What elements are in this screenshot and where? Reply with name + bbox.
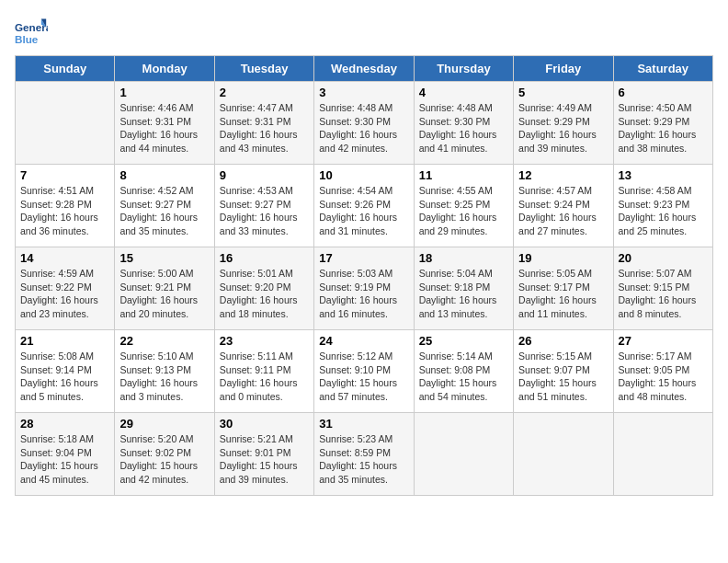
day-number: 8	[119, 168, 209, 182]
day-info: Sunrise: 5:23 AM Sunset: 8:59 PM Dayligh…	[319, 432, 408, 487]
day-cell: 11Sunrise: 4:55 AM Sunset: 9:25 PM Dayli…	[414, 165, 513, 247]
col-header-tuesday: Tuesday	[214, 56, 313, 82]
day-cell	[16, 82, 115, 165]
week-row-4: 21Sunrise: 5:08 AM Sunset: 9:14 PM Dayli…	[16, 330, 713, 413]
day-number: 6	[619, 86, 708, 99]
day-number: 28	[20, 417, 109, 431]
day-number: 25	[419, 334, 508, 348]
day-info: Sunrise: 5:04 AM Sunset: 9:18 PM Dayligh…	[419, 267, 508, 321]
day-cell: 13Sunrise: 4:58 AM Sunset: 9:23 PM Dayli…	[613, 165, 712, 247]
day-cell: 2Sunrise: 4:47 AM Sunset: 9:31 PM Daylig…	[214, 82, 313, 165]
week-row-5: 28Sunrise: 5:18 AM Sunset: 9:04 PM Dayli…	[16, 413, 713, 496]
day-info: Sunrise: 4:58 AM Sunset: 9:23 PM Dayligh…	[619, 184, 708, 238]
day-cell: 5Sunrise: 4:49 AM Sunset: 9:29 PM Daylig…	[514, 82, 613, 165]
day-number: 24	[319, 334, 408, 348]
week-row-1: 1Sunrise: 4:46 AM Sunset: 9:31 PM Daylig…	[16, 82, 713, 165]
day-number: 15	[119, 251, 209, 265]
day-number: 3	[319, 86, 408, 99]
day-number: 26	[518, 334, 608, 348]
day-cell: 21Sunrise: 5:08 AM Sunset: 9:14 PM Dayli…	[16, 330, 115, 413]
day-info: Sunrise: 4:54 AM Sunset: 9:26 PM Dayligh…	[319, 184, 408, 238]
day-cell: 22Sunrise: 5:10 AM Sunset: 9:13 PM Dayli…	[115, 330, 214, 413]
day-info: Sunrise: 4:53 AM Sunset: 9:27 PM Dayligh…	[220, 184, 309, 238]
calendar-header-row: SundayMondayTuesdayWednesdayThursdayFrid…	[16, 56, 713, 82]
logo-icon: General Blue	[15, 15, 48, 48]
day-number: 31	[319, 417, 408, 431]
day-info: Sunrise: 5:21 AM Sunset: 9:01 PM Dayligh…	[220, 432, 309, 487]
day-cell: 9Sunrise: 4:53 AM Sunset: 9:27 PM Daylig…	[214, 165, 313, 247]
day-number: 12	[518, 168, 608, 182]
svg-text:Blue: Blue	[15, 33, 39, 45]
day-cell: 3Sunrise: 4:48 AM Sunset: 9:30 PM Daylig…	[314, 82, 414, 165]
day-number: 1	[119, 86, 209, 99]
day-info: Sunrise: 5:14 AM Sunset: 9:08 PM Dayligh…	[419, 350, 508, 404]
page-header: General Blue	[15, 15, 713, 48]
day-number: 7	[20, 168, 109, 182]
day-info: Sunrise: 5:03 AM Sunset: 9:19 PM Dayligh…	[319, 267, 408, 321]
day-number: 10	[319, 168, 408, 182]
day-number: 29	[119, 417, 209, 431]
day-cell: 26Sunrise: 5:15 AM Sunset: 9:07 PM Dayli…	[514, 330, 613, 413]
col-header-sunday: Sunday	[16, 56, 115, 82]
day-cell: 1Sunrise: 4:46 AM Sunset: 9:31 PM Daylig…	[115, 82, 214, 165]
day-info: Sunrise: 4:57 AM Sunset: 9:24 PM Dayligh…	[518, 184, 608, 238]
col-header-friday: Friday	[514, 56, 613, 82]
day-cell	[613, 413, 712, 496]
day-number: 14	[20, 251, 109, 265]
day-cell: 18Sunrise: 5:04 AM Sunset: 9:18 PM Dayli…	[414, 247, 513, 330]
day-cell	[414, 413, 513, 496]
day-info: Sunrise: 4:59 AM Sunset: 9:22 PM Dayligh…	[20, 267, 109, 321]
day-number: 17	[319, 251, 408, 265]
day-info: Sunrise: 4:55 AM Sunset: 9:25 PM Dayligh…	[419, 184, 508, 238]
day-cell: 17Sunrise: 5:03 AM Sunset: 9:19 PM Dayli…	[314, 247, 414, 330]
day-info: Sunrise: 4:51 AM Sunset: 9:28 PM Dayligh…	[20, 184, 109, 238]
day-info: Sunrise: 4:52 AM Sunset: 9:27 PM Dayligh…	[119, 184, 209, 238]
col-header-wednesday: Wednesday	[314, 56, 414, 82]
day-cell: 8Sunrise: 4:52 AM Sunset: 9:27 PM Daylig…	[115, 165, 214, 247]
col-header-saturday: Saturday	[613, 56, 712, 82]
day-info: Sunrise: 5:17 AM Sunset: 9:05 PM Dayligh…	[619, 350, 708, 404]
day-info: Sunrise: 5:20 AM Sunset: 9:02 PM Dayligh…	[119, 432, 209, 487]
week-row-3: 14Sunrise: 4:59 AM Sunset: 9:22 PM Dayli…	[16, 247, 713, 330]
week-row-2: 7Sunrise: 4:51 AM Sunset: 9:28 PM Daylig…	[16, 165, 713, 247]
day-info: Sunrise: 4:50 AM Sunset: 9:29 PM Dayligh…	[619, 101, 708, 155]
day-cell: 29Sunrise: 5:20 AM Sunset: 9:02 PM Dayli…	[115, 413, 214, 496]
day-number: 16	[220, 251, 309, 265]
day-cell: 7Sunrise: 4:51 AM Sunset: 9:28 PM Daylig…	[16, 165, 115, 247]
day-info: Sunrise: 5:07 AM Sunset: 9:15 PM Dayligh…	[619, 267, 708, 321]
day-cell: 24Sunrise: 5:12 AM Sunset: 9:10 PM Dayli…	[314, 330, 414, 413]
col-header-monday: Monday	[115, 56, 214, 82]
day-info: Sunrise: 5:01 AM Sunset: 9:20 PM Dayligh…	[220, 267, 309, 321]
day-info: Sunrise: 4:47 AM Sunset: 9:31 PM Dayligh…	[220, 101, 309, 155]
day-number: 2	[220, 86, 309, 99]
day-cell: 30Sunrise: 5:21 AM Sunset: 9:01 PM Dayli…	[214, 413, 313, 496]
day-number: 20	[619, 251, 708, 265]
day-number: 18	[419, 251, 508, 265]
calendar-table: SundayMondayTuesdayWednesdayThursdayFrid…	[15, 55, 713, 496]
day-cell: 25Sunrise: 5:14 AM Sunset: 9:08 PM Dayli…	[414, 330, 513, 413]
day-cell	[514, 413, 613, 496]
day-number: 11	[419, 168, 508, 182]
day-info: Sunrise: 4:46 AM Sunset: 9:31 PM Dayligh…	[119, 101, 209, 155]
day-number: 27	[619, 334, 708, 348]
day-cell: 16Sunrise: 5:01 AM Sunset: 9:20 PM Dayli…	[214, 247, 313, 330]
day-cell: 28Sunrise: 5:18 AM Sunset: 9:04 PM Dayli…	[16, 413, 115, 496]
day-cell: 6Sunrise: 4:50 AM Sunset: 9:29 PM Daylig…	[613, 82, 712, 165]
day-cell: 4Sunrise: 4:48 AM Sunset: 9:30 PM Daylig…	[414, 82, 513, 165]
day-cell: 14Sunrise: 4:59 AM Sunset: 9:22 PM Dayli…	[16, 247, 115, 330]
day-info: Sunrise: 5:11 AM Sunset: 9:11 PM Dayligh…	[220, 350, 309, 404]
day-cell: 31Sunrise: 5:23 AM Sunset: 8:59 PM Dayli…	[314, 413, 414, 496]
day-cell: 15Sunrise: 5:00 AM Sunset: 9:21 PM Dayli…	[115, 247, 214, 330]
day-cell: 19Sunrise: 5:05 AM Sunset: 9:17 PM Dayli…	[514, 247, 613, 330]
day-number: 30	[220, 417, 309, 431]
day-info: Sunrise: 5:15 AM Sunset: 9:07 PM Dayligh…	[518, 350, 608, 404]
day-cell: 12Sunrise: 4:57 AM Sunset: 9:24 PM Dayli…	[514, 165, 613, 247]
day-number: 22	[119, 334, 209, 348]
day-info: Sunrise: 5:08 AM Sunset: 9:14 PM Dayligh…	[20, 350, 109, 404]
day-number: 13	[619, 168, 708, 182]
day-number: 23	[220, 334, 309, 348]
day-info: Sunrise: 5:18 AM Sunset: 9:04 PM Dayligh…	[20, 432, 109, 487]
day-number: 19	[518, 251, 608, 265]
day-info: Sunrise: 4:49 AM Sunset: 9:29 PM Dayligh…	[518, 101, 608, 155]
day-info: Sunrise: 5:12 AM Sunset: 9:10 PM Dayligh…	[319, 350, 408, 404]
